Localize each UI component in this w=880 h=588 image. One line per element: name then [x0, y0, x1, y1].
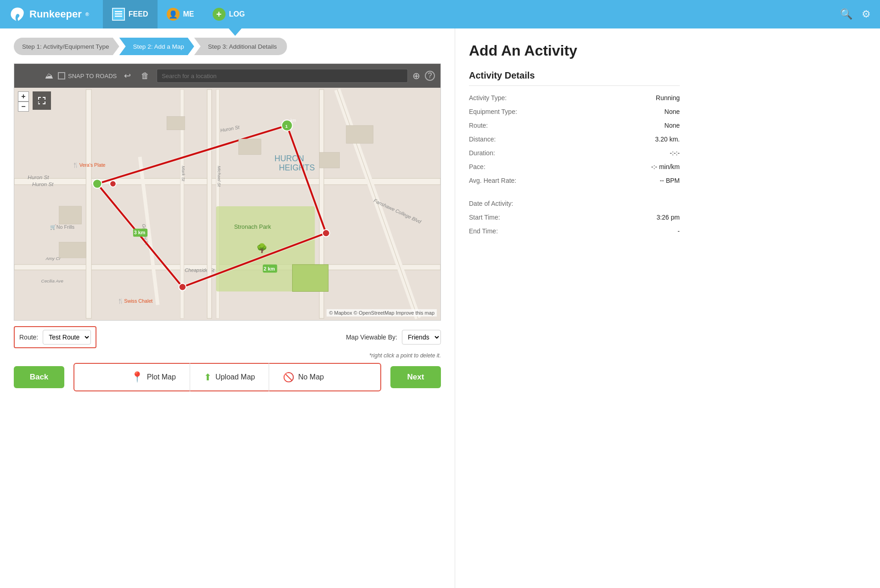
svg-text:🌳: 🌳 [256, 243, 268, 254]
location-search[interactable] [157, 69, 408, 83]
expand-map-button[interactable] [33, 91, 51, 110]
header-actions: 🔍 ⚙ [840, 8, 871, 20]
upload-map-button[interactable]: ⬆ Upload Map [190, 363, 269, 391]
end-time-value: - [533, 227, 680, 235]
svg-text:km: km [291, 118, 296, 123]
right-click-note-area: *right click a point to delete it. [14, 351, 441, 359]
plot-map-icon: 📍 [131, 371, 143, 383]
activity-type-value: Running [533, 94, 680, 102]
no-map-button[interactable]: 🚫 No Map [269, 363, 338, 391]
svg-rect-47 [167, 117, 185, 130]
route-detail-label: Route: [469, 122, 533, 129]
next-button[interactable]: Next [390, 366, 441, 388]
svg-text:3 km: 3 km [134, 230, 145, 235]
step-2-label: Step 2: Add a Map [133, 43, 184, 50]
start-time-label: Start Time: [469, 214, 533, 221]
nav-log[interactable]: + LOG [203, 0, 254, 28]
snap-checkbox[interactable] [58, 72, 65, 79]
right-click-note: *right click a point to delete it. [369, 352, 441, 359]
detail-pace: Pace: -:- min/km [469, 163, 680, 170]
crosshair-icon[interactable]: ⊕ [412, 70, 420, 81]
svg-text:Huron St: Huron St [28, 174, 49, 180]
date-label: Date of Activity: [469, 200, 533, 207]
heart-rate-label: Avg. Heart Rate: [469, 177, 533, 184]
map-toolbar: ⛰ SNAP TO ROADS ↩ 🗑 ⊕ ? [14, 64, 440, 88]
viewable-label: Map Viewable By: [346, 334, 397, 341]
svg-text:No Frills: No Frills [56, 224, 74, 230]
svg-point-43 [322, 230, 330, 237]
activity-dates-list: Date of Activity: Start Time: 3:26 pm En… [469, 200, 680, 235]
nav-feed[interactable]: FEED [103, 0, 158, 28]
svg-rect-50 [346, 125, 373, 143]
pace-label: Pace: [469, 163, 533, 170]
svg-rect-2 [115, 16, 122, 17]
nav-me[interactable]: 👤 ME [158, 0, 203, 28]
step-3-label: Step 3: Additional Details [208, 43, 277, 50]
step-1[interactable]: Step 1: Activity/Equipment Type [14, 38, 119, 55]
svg-text:Amy Cr: Amy Cr [45, 256, 61, 261]
zoom-controls: + − [18, 91, 29, 112]
detail-equipment-type: Equipment Type: None [469, 108, 680, 115]
zoom-in-button[interactable]: + [18, 91, 29, 102]
map-container: ⛰ SNAP TO ROADS ↩ 🗑 ⊕ ? + − [14, 63, 441, 321]
equipment-type-label: Equipment Type: [469, 108, 533, 115]
svg-text:🍴: 🍴 [73, 162, 79, 168]
route-selector-area: Route: Test Route [14, 326, 96, 348]
svg-rect-0 [115, 11, 122, 12]
back-button[interactable]: Back [14, 366, 64, 388]
distance-label: Distance: [469, 136, 533, 143]
zoom-out-button[interactable]: − [18, 102, 29, 112]
map-attribution: © Mapbox © OpenStreetMap Improve this ma… [327, 309, 437, 317]
svg-text:🛒: 🛒 [50, 224, 56, 230]
map-background: Huron St Cheapside St Fanshawe College B… [14, 88, 440, 320]
svg-text:Mark St: Mark St [181, 166, 186, 182]
detail-start-time: Start Time: 3:26 pm [469, 214, 680, 221]
step-1-label: Step 1: Activity/Equipment Type [22, 43, 109, 50]
bottom-actions: Back 📍 Plot Map ⬆ Upload Map 🚫 No Map Ne… [14, 363, 441, 391]
nav-feed-label: FEED [129, 10, 148, 18]
nav-me-label: ME [183, 10, 194, 18]
snap-to-roads[interactable]: SNAP TO ROADS [58, 72, 117, 79]
svg-rect-10 [207, 90, 212, 318]
snap-label: SNAP TO ROADS [68, 73, 117, 79]
heart-rate-value: -- BPM [533, 177, 680, 184]
step-2[interactable]: Step 2: Add a Map [119, 38, 194, 55]
svg-rect-9 [86, 90, 91, 318]
settings-icon[interactable]: ⚙ [862, 8, 871, 20]
step-3[interactable]: Step 3: Additional Details [194, 38, 287, 55]
svg-text:Michael St: Michael St [217, 166, 222, 187]
trash-icon[interactable]: 🗑 [138, 71, 152, 81]
svg-point-45 [93, 179, 102, 188]
detail-end-time: End Time: - [469, 227, 680, 235]
feed-icon [112, 8, 125, 21]
sidebar: Add An Activity Activity Details Activit… [455, 28, 694, 588]
terrain-icon[interactable]: ⛰ [45, 71, 53, 81]
content-area: Step 1: Activity/Equipment Type Step 2: … [0, 28, 455, 588]
log-icon: + [213, 8, 226, 21]
activity-details-title: Activity Details [469, 70, 680, 86]
plot-map-button[interactable]: 📍 Plot Map [117, 363, 190, 391]
detail-distance: Distance: 3.20 km. [469, 136, 680, 143]
viewable-select[interactable]: Friends [402, 330, 441, 345]
logo-text: Runkeeper [29, 8, 82, 20]
route-select[interactable]: Test Route [43, 330, 91, 345]
svg-text:Huron St: Huron St [32, 181, 54, 187]
steps-bar: Step 1: Activity/Equipment Type Step 2: … [14, 38, 441, 55]
svg-rect-52 [59, 242, 86, 258]
duration-label: Duration: [469, 149, 533, 157]
start-time-value: 3:26 pm [533, 214, 680, 221]
detail-date: Date of Activity: [469, 200, 680, 207]
svg-text:HEIGHTS: HEIGHTS [279, 163, 315, 172]
pace-value: -:- min/km [533, 163, 680, 170]
svg-rect-49 [319, 153, 339, 168]
logo[interactable]: Runkeeper® [9, 6, 89, 23]
svg-point-46 [110, 181, 116, 187]
svg-text:2 km: 2 km [264, 266, 275, 271]
help-icon[interactable]: ? [425, 71, 435, 81]
end-time-label: End Time: [469, 227, 533, 235]
search-icon[interactable]: 🔍 [840, 8, 852, 20]
undo-icon[interactable]: ↩ [121, 71, 134, 81]
plot-map-label: Plot Map [147, 373, 176, 381]
upload-map-label: Upload Map [215, 373, 255, 381]
no-map-icon: 🚫 [283, 372, 294, 383]
